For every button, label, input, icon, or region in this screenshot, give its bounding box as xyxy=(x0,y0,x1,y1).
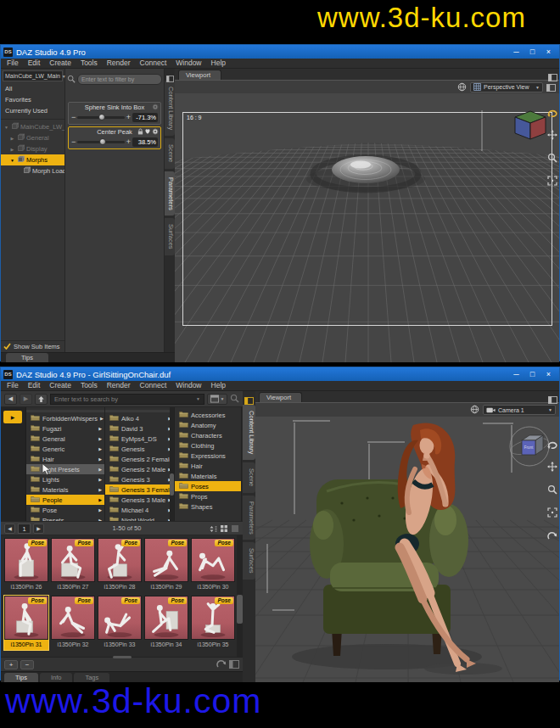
refresh-icon[interactable] xyxy=(216,657,227,672)
next-page-button[interactable]: ▶ xyxy=(33,524,44,534)
folder-item-genesis-3[interactable]: Genesis 3▶ xyxy=(105,474,174,484)
folder-item-materials[interactable]: Materials▶ xyxy=(26,484,104,495)
prev-page-button[interactable]: ◀ xyxy=(4,524,15,534)
pan-tool-icon[interactable] xyxy=(547,460,557,470)
side-tab-surfaces[interactable]: Surfaces xyxy=(165,218,175,255)
gear-icon[interactable] xyxy=(152,104,159,112)
zoom-tool-icon[interactable] xyxy=(547,151,557,161)
orbit-tool-icon[interactable] xyxy=(546,437,557,447)
drawer-expand-button[interactable]: ▶ xyxy=(3,411,22,423)
menu-create[interactable]: Create xyxy=(49,59,71,68)
pose-thumbnail-i1350pin-27[interactable]: Posei1350Pin 27 xyxy=(51,538,95,592)
folder-item-props[interactable]: Props xyxy=(175,491,241,501)
frame-tool-icon[interactable] xyxy=(547,506,557,516)
zoom-tool-icon[interactable] xyxy=(547,483,557,493)
search-input[interactable]: Enter text to search by ▼ xyxy=(50,394,204,405)
folder-item-generic[interactable]: Generic▶ xyxy=(26,444,104,454)
tree-item-general[interactable]: ▶General xyxy=(1,132,64,143)
tree-item-maincube_lw_main[interactable]: ▼MainCube_LW_Main xyxy=(1,121,64,132)
pose-thumbnail-i1350pin-34[interactable]: Posei1350Pin 34 xyxy=(144,596,188,650)
slider-value[interactable]: -71.3% xyxy=(132,113,158,122)
thumbnail-view-icon[interactable] xyxy=(220,521,228,536)
menu-render[interactable]: Render xyxy=(107,59,131,68)
expander-icon[interactable]: ▼ xyxy=(3,125,9,130)
folder-item-genesis-3-female[interactable]: Genesis 3 Female▶ xyxy=(105,484,174,495)
menu-edit[interactable]: Edit xyxy=(28,381,41,390)
forward-button[interactable]: ▶ xyxy=(20,394,32,405)
tree-item-display[interactable]: ▶Display xyxy=(1,143,64,154)
node-selector-dropdown[interactable]: MainCube_LW_Main ▼ xyxy=(3,70,63,81)
view-options-button[interactable]: ▼ xyxy=(207,394,227,405)
folder-item-genesis[interactable]: Genesis▶ xyxy=(105,444,174,454)
folder-item-eymps4-ds[interactable]: EyMps4_DS▶ xyxy=(105,434,174,444)
lock-icon[interactable] xyxy=(137,128,143,137)
zoom-out-button[interactable]: − xyxy=(20,660,34,669)
side-tab-scene[interactable]: Scene xyxy=(243,462,255,492)
folder-item-hair[interactable]: Hair▶ xyxy=(26,454,104,464)
pose-thumbnail-i1350pin-32[interactable]: Posei1350Pin 32 xyxy=(51,596,95,650)
tab-info[interactable]: Info xyxy=(40,673,73,682)
folder-item-poses[interactable]: Poses xyxy=(175,481,241,491)
column-scrollbar[interactable] xyxy=(170,407,174,521)
up-level-button[interactable] xyxy=(35,394,48,405)
folder-item-aiko-4[interactable]: Aiko 4▶ xyxy=(105,413,174,423)
viewport-canvas-girl-on-chair[interactable]: Front xyxy=(255,417,559,682)
pose-thumbnail-i1350pin-35[interactable]: Posei1350Pin 35 xyxy=(191,596,235,650)
expander-icon[interactable]: ▶ xyxy=(9,147,15,152)
menu-tools[interactable]: Tools xyxy=(81,381,98,390)
param-slider-center-peak[interactable]: Center Peak−+38.5% xyxy=(68,126,161,149)
side-tab-parameters[interactable]: Parameters xyxy=(243,496,255,540)
folder-item-hair[interactable]: Hair xyxy=(175,461,241,471)
reset-camera-icon[interactable] xyxy=(547,529,557,539)
pose-thumbnail-i1350pin-28[interactable]: Posei1350Pin 28 xyxy=(98,538,142,592)
menu-edit[interactable]: Edit xyxy=(28,59,41,68)
pose-thumbnail-i1350pin-33[interactable]: Posei1350Pin 33 xyxy=(98,596,142,650)
pose-thumbnail-i1350pin-26[interactable]: Posei1350Pin 26 xyxy=(4,538,48,592)
orbit-tool-icon[interactable] xyxy=(546,105,557,115)
menu-file[interactable]: File xyxy=(7,381,19,390)
slider-knob[interactable] xyxy=(98,114,105,120)
back-button[interactable]: ◀ xyxy=(4,394,17,405)
folder-item-pose[interactable]: Pose▶ xyxy=(26,505,104,515)
slider-decrement[interactable]: − xyxy=(71,137,76,146)
menu-render[interactable]: Render xyxy=(107,381,131,390)
panel-icon[interactable] xyxy=(548,70,557,85)
folder-item-genesis-3-male[interactable]: Genesis 3 Male▶ xyxy=(105,495,174,505)
folder-item-genesis-2-male[interactable]: Genesis 2 Male▶ xyxy=(105,464,174,474)
folder-item-characters[interactable]: Characters xyxy=(175,430,241,440)
close-button[interactable]: × xyxy=(540,368,557,381)
side-tab-content-library[interactable]: Content Library xyxy=(165,81,175,136)
slider-increment[interactable]: + xyxy=(126,137,131,146)
folder-item-materials[interactable]: Materials xyxy=(175,471,241,481)
tree-item-morph-loader[interactable]: Morph Loader xyxy=(1,165,64,176)
folder-item-people[interactable]: People▶ xyxy=(26,495,104,505)
folder-item-lights[interactable]: Lights▶ xyxy=(26,474,104,484)
list-view-icon[interactable] xyxy=(231,521,239,536)
folder-item-night-world[interactable]: Night World▶ xyxy=(105,515,174,521)
draw-style-globe-icon[interactable] xyxy=(470,402,479,417)
side-tab-scene[interactable]: Scene xyxy=(165,138,175,168)
menu-create[interactable]: Create xyxy=(49,381,71,390)
folder-item-accessories[interactable]: Accessories xyxy=(175,410,241,420)
side-tab-content-library[interactable]: Content Library xyxy=(243,405,255,460)
minimize-button[interactable]: ─ xyxy=(508,46,524,59)
side-tab-parameters[interactable]: Parameters xyxy=(165,171,175,216)
param-slider-sphere-sink-into-box[interactable]: Sphere Sink Into Box−+-71.3% xyxy=(68,102,161,125)
menu-tools[interactable]: Tools xyxy=(81,59,98,68)
folder-item-light-presets[interactable]: Light Presets▶ xyxy=(26,464,104,474)
tab-tips[interactable]: Tips xyxy=(4,673,38,682)
slider-knob[interactable] xyxy=(99,138,106,145)
panel-icon[interactable] xyxy=(244,393,254,408)
folder-item-clothing[interactable]: Clothing xyxy=(175,440,241,451)
panel-icon[interactable] xyxy=(548,392,557,407)
slider-decrement[interactable]: − xyxy=(71,113,76,121)
tab-tips[interactable]: Tips xyxy=(6,353,48,362)
pan-tool-icon[interactable] xyxy=(547,128,557,138)
slider-value[interactable]: 38.5% xyxy=(132,137,158,147)
sort-icon[interactable] xyxy=(210,521,217,536)
gear-icon[interactable] xyxy=(152,128,159,137)
menu-window[interactable]: Window xyxy=(176,381,201,390)
titlebar[interactable]: DS DAZ Studio 4.9 Pro - GirlSittingOnCha… xyxy=(1,367,559,381)
side-tab-surfaces[interactable]: Surfaces xyxy=(243,542,255,580)
filter-input[interactable]: Enter text to filter by xyxy=(77,74,162,85)
